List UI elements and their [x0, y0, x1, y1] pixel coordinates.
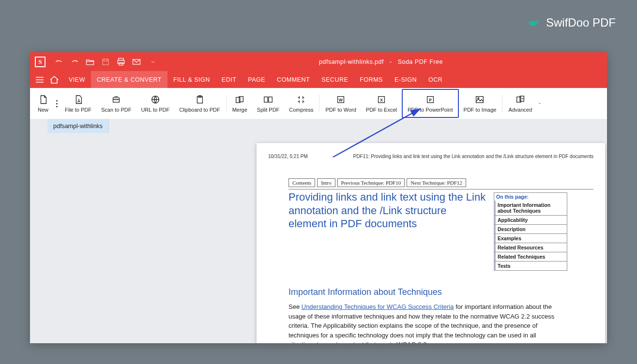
clipboard-to-pdf-button[interactable]: Clipboard to PDF — [174, 89, 225, 118]
nav-next[interactable]: Next Technique: PDF12 — [407, 178, 466, 187]
box-item[interactable]: Important Information about Techniques — [494, 201, 567, 216]
pdf-to-word-button[interactable]: WPDF to Word — [320, 89, 361, 118]
svg-rect-19 — [476, 97, 484, 103]
menubar: VIEW CREATE & CONVERT FILL & SIGN EDIT P… — [30, 71, 607, 88]
box-heading: On this page: — [494, 192, 567, 201]
app-window: S pdfsampl-withlinks.pdf - Soda PDF Free… — [30, 52, 607, 343]
pdf-to-powerpoint-button[interactable]: PPDF to PowerPoint — [402, 89, 459, 118]
save-icon[interactable] — [101, 57, 110, 67]
on-this-page-box: On this page: Important Information abou… — [494, 192, 567, 271]
box-item[interactable]: Examples — [494, 234, 567, 243]
scan-to-pdf-button[interactable]: Scan to PDF — [96, 89, 136, 118]
doc-timestamp: 10/31/22, 5:21 PM — [268, 154, 308, 159]
print-icon[interactable] — [116, 57, 126, 67]
menu-ocr[interactable]: OCR — [423, 71, 448, 88]
menu-forms[interactable]: FORMS — [354, 71, 389, 88]
svg-text:X: X — [380, 98, 383, 102]
pdf-to-image-button[interactable]: PDF to Image — [459, 89, 501, 118]
swifdoo-logo-icon — [527, 15, 541, 30]
mail-icon[interactable] — [132, 57, 141, 67]
doc-h2: Important Information about Techniques — [288, 287, 593, 297]
nav-prev[interactable]: Previous Technique: PDF10 — [337, 178, 405, 187]
box-item[interactable]: Tests — [494, 262, 567, 271]
titlebar: S pdfsampl-withlinks.pdf - Soda PDF Free — [30, 52, 607, 71]
tab-strip: pdfsampl-withlinks — [30, 119, 607, 133]
doc-header: PDF11: Providing links and link text usi… — [353, 154, 593, 159]
open-icon[interactable] — [85, 57, 95, 67]
document-tab[interactable]: pdfsampl-withlinks — [47, 119, 109, 133]
document-viewer[interactable]: 10/31/22, 5:21 PM PDF11: Providing links… — [30, 133, 607, 343]
url-to-pdf-button[interactable]: URL to PDF — [136, 89, 174, 118]
svg-rect-3 — [119, 62, 123, 65]
svg-rect-0 — [103, 59, 108, 65]
svg-text:P: P — [429, 98, 432, 102]
workspace: 10/31/22, 5:21 PM PDF11: Providing links… — [30, 133, 607, 343]
undo-icon[interactable] — [54, 57, 64, 67]
pdf-to-excel-button[interactable]: XPDF to Excel — [361, 89, 402, 118]
file-to-pdf-button[interactable]: File to PDF — [60, 89, 96, 118]
menu-create-convert[interactable]: CREATE & CONVERT — [91, 71, 167, 88]
menu-edit[interactable]: EDIT — [216, 71, 242, 88]
merge-button[interactable]: Merge — [228, 89, 252, 118]
ribbon-toolbar: New File to PDF Scan to PDF URL to PDF C… — [30, 88, 607, 119]
titlebar-dropdown-icon[interactable] — [147, 57, 157, 67]
menu-esign[interactable]: E-SIGN — [389, 71, 423, 88]
swifdoo-watermark: SwifDoo PDF — [527, 15, 616, 30]
menu-view[interactable]: VIEW — [63, 71, 91, 88]
hamburger-icon[interactable] — [34, 74, 46, 86]
menu-fill-sign[interactable]: FILL & SIGN — [167, 71, 216, 88]
doc-link[interactable]: Understanding Techniques for WCAG Succes… — [302, 303, 454, 310]
menu-comment[interactable]: COMMENT — [271, 71, 316, 88]
doc-nav-row: Contents Intro Previous Technique: PDF10… — [288, 178, 593, 187]
redo-icon[interactable] — [70, 57, 79, 67]
doc-paragraph: See Understanding Techniques for WCAG Su… — [288, 302, 560, 343]
svg-rect-11 — [264, 97, 268, 102]
split-pdf-button[interactable]: Split PDF — [252, 89, 284, 118]
app-logo[interactable]: S — [35, 57, 46, 67]
box-item[interactable]: Applicability — [494, 216, 567, 225]
svg-point-20 — [478, 98, 479, 99]
window-title: pdfsampl-withlinks.pdf - Soda PDF Free — [160, 58, 602, 65]
doc-title: Providing links and link text using the … — [288, 190, 487, 231]
nav-contents[interactable]: Contents — [288, 178, 315, 187]
box-item[interactable]: Related Techniques — [494, 252, 567, 262]
menu-page[interactable]: PAGE — [242, 71, 271, 88]
menu-secure[interactable]: SECURE — [316, 71, 354, 88]
svg-rect-5 — [113, 98, 120, 102]
watermark-text: SwifDoo PDF — [546, 16, 616, 29]
advanced-button[interactable]: Advanced — [503, 89, 537, 118]
pdf-page: 10/31/22, 5:21 PM PDF11: Providing links… — [257, 143, 605, 343]
compress-button[interactable]: Compress — [284, 89, 318, 118]
box-item[interactable]: Description — [494, 225, 567, 234]
box-item[interactable]: Related Resources — [494, 243, 567, 252]
new-button[interactable]: New — [33, 89, 53, 118]
nav-intro[interactable]: Intro — [317, 178, 335, 187]
svg-text:W: W — [339, 98, 343, 102]
ribbon-dropdown-icon[interactable] — [537, 89, 543, 118]
home-icon[interactable] — [48, 74, 60, 86]
more-vert-icon[interactable] — [53, 89, 60, 118]
svg-rect-12 — [269, 97, 272, 102]
